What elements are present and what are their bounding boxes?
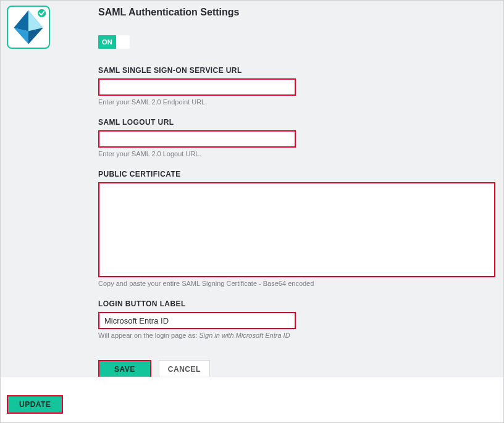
login-button-helper-prefix: Will appear on the login page as: <box>98 332 199 339</box>
sso-url-input[interactable] <box>98 78 296 96</box>
logout-url-helper: Enter your SAML 2.0 Logout URL. <box>98 150 495 157</box>
cancel-button[interactable]: CANCEL <box>159 360 210 379</box>
public-cert-textarea[interactable] <box>98 182 495 277</box>
app-logo-icon <box>8 7 49 48</box>
page-title: SAML Authentication Settings <box>98 7 495 18</box>
saml-enabled-toggle[interactable]: ON <box>98 35 130 49</box>
toggle-handle <box>116 35 130 49</box>
login-button-helper-example: Sign in with Microsoft Entra ID <box>199 332 290 339</box>
footer-bar: UPDATE <box>1 377 503 422</box>
login-button-label-input[interactable] <box>98 312 296 329</box>
login-button-label-label: LOGIN BUTTON LABEL <box>98 299 495 308</box>
logout-url-label: SAML LOGOUT URL <box>98 118 495 127</box>
app-logo <box>7 6 50 49</box>
login-button-label-helper: Will appear on the login page as: Sign i… <box>98 332 495 339</box>
logout-url-input[interactable] <box>98 130 296 148</box>
save-button[interactable]: SAVE <box>98 360 151 379</box>
toggle-on-label: ON <box>98 35 116 49</box>
public-cert-label: PUBLIC CERTIFICATE <box>98 170 495 178</box>
update-button[interactable]: UPDATE <box>7 395 63 414</box>
sso-url-label: SAML SINGLE SIGN-ON SERVICE URL <box>98 66 495 75</box>
public-cert-helper: Copy and paste your entire SAML Signing … <box>98 280 495 287</box>
svg-marker-2 <box>14 10 28 31</box>
sso-url-helper: Enter your SAML 2.0 Endpoint URL. <box>98 98 495 106</box>
